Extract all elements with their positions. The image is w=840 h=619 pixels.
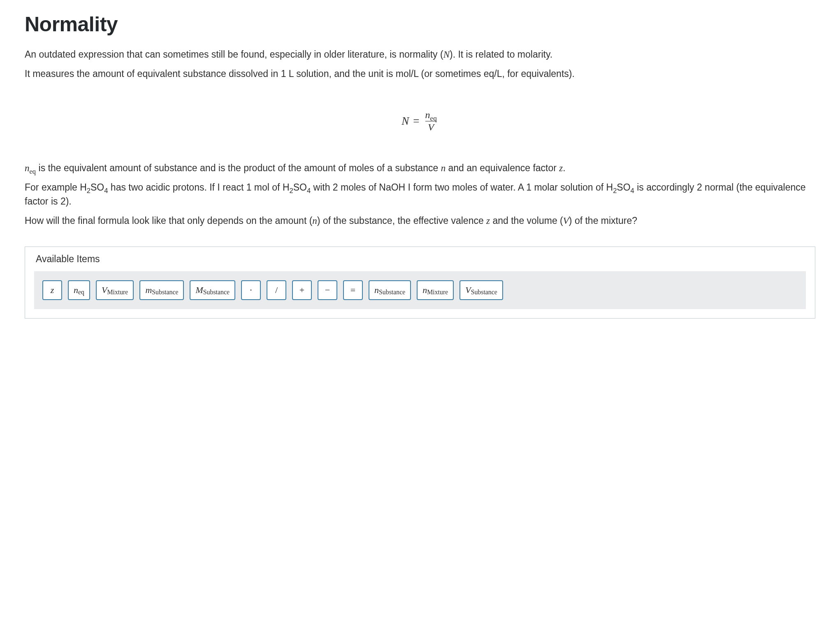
chip-main: + [299,285,304,296]
chip-main: n [422,285,427,296]
text: and the volume ( [490,215,563,226]
formula-num-var: n [425,109,430,120]
formula-chip[interactable]: − [318,280,337,300]
chip-sub: Substance [152,289,178,296]
chip-sub: Substance [203,289,230,296]
text: . [563,163,565,173]
formula-lhs: N [401,115,409,128]
formula-equals: = [413,115,419,128]
text: has two acidic protons. If I react 1 mol… [108,182,289,193]
chip-main: · [250,285,252,296]
chip-main: n [374,285,379,296]
text: How will the final formula look like tha… [25,215,312,226]
chip-sub: Mixture [107,289,128,296]
text: ). It is related to molarity. [450,49,552,60]
page-title: Normality [25,12,815,36]
sub-2: 2 [87,187,90,195]
formula-den-var: V [428,122,434,133]
var-V: V [563,216,569,226]
var-neq-sub: eq [30,168,36,175]
sub-2: 2 [613,187,617,195]
formula-chip[interactable]: neq [68,280,90,300]
formula-chip[interactable]: / [267,280,286,300]
formula-chip[interactable]: = [343,280,363,300]
formula-chip[interactable]: z [42,280,62,300]
text: is the equivalent amount of substance an… [36,163,441,173]
text: An outdated expression that can sometime… [25,49,443,60]
chip-main: − [325,285,330,296]
sub-4: 4 [307,187,311,195]
text: with 2 moles of NaOH I form two moles of… [311,182,613,193]
chip-main: M [195,285,203,296]
var-neq-n: n [25,163,30,173]
formula-chip[interactable]: · [241,280,261,300]
formula-normality: N = neq V [25,110,815,133]
var-N: N [443,49,450,60]
sub-4: 4 [631,187,634,195]
available-items-tray: zneqVMixturemSubstanceMSubstance·/+−=nSu… [34,271,806,309]
text: SO [293,182,307,193]
example-paragraph: For example H2SO4 has two acidic protons… [25,181,815,208]
formula-chip[interactable]: nSubstance [369,280,411,300]
intro-paragraph-2: It measures the amount of equivalent sub… [25,67,815,81]
var-z: z [486,216,490,226]
formula-fraction: neq V [423,110,438,133]
text: SO [617,182,630,193]
text: SO [90,182,104,193]
chip-sub: eq [78,289,84,296]
explain-neq: neq is the equivalent amount of substanc… [25,161,815,175]
formula-chip[interactable]: VMixture [96,280,134,300]
formula-chip[interactable]: nMixture [417,280,454,300]
intro-paragraph-1: An outdated expression that can sometime… [25,48,815,61]
var-n: n [441,163,446,173]
text: For example H [25,182,87,193]
formula-chip[interactable]: + [292,280,312,300]
text: ) of the substance, the effective valenc… [317,215,486,226]
chip-main: V [102,285,107,296]
formula-chip[interactable]: MSubstance [190,280,235,300]
chip-main: m [145,285,152,296]
var-z: z [559,163,563,173]
formula-chip[interactable]: mSubstance [139,280,184,300]
chip-main: / [275,285,278,296]
sub-2: 2 [290,187,293,195]
chip-sub: Substance [471,289,497,296]
available-items-title: Available Items [36,254,806,265]
text: and an equivalence factor [446,163,559,173]
chip-sub: Substance [379,289,405,296]
chip-main: = [350,285,355,296]
chip-main: z [51,285,54,296]
available-items-panel: Available Items zneqVMixturemSubstanceMS… [25,247,815,319]
chip-main: V [465,285,471,296]
question-paragraph: How will the final formula look like tha… [25,214,815,228]
chip-main: n [74,285,78,296]
text: ) of the mixture? [569,215,637,226]
formula-chip[interactable]: VSubstance [459,280,503,300]
chip-sub: Mixture [427,289,448,296]
var-n: n [312,216,317,226]
